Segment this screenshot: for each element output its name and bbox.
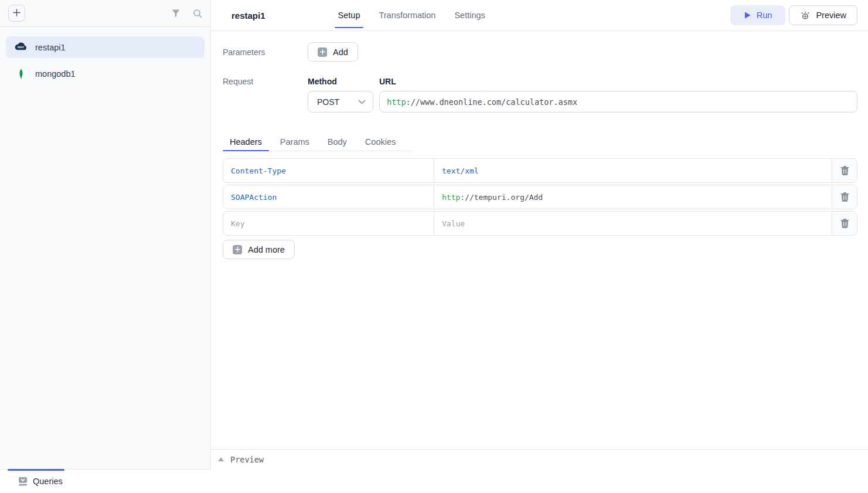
delete-row-button[interactable] <box>832 159 857 182</box>
plus-icon <box>13 9 21 18</box>
preview-panel-label: Preview <box>230 455 264 464</box>
main-tabs: Setup Transformation Settings <box>331 0 497 30</box>
header-key-field[interactable]: SOAPAction <box>223 185 434 209</box>
tab-setup[interactable]: Setup <box>331 0 367 30</box>
sidebar-item-label: restapi1 <box>35 43 66 52</box>
play-icon <box>744 11 751 19</box>
rest-cloud-icon: REST <box>14 42 28 53</box>
setup-content: Parameters Add Request Method POST <box>211 31 868 449</box>
queries-tab-label: Queries <box>33 477 63 486</box>
header-value-field[interactable]: http://tempuri.org/Add <box>434 185 832 209</box>
value-rest: ://tempuri.org/Add <box>460 193 543 202</box>
method-label: Method <box>308 77 373 86</box>
parameters-label: Parameters <box>223 42 308 62</box>
sidebar-header <box>0 0 210 27</box>
headers-table: Content-Type text/xml SOAPAction htt <box>223 158 857 236</box>
add-parameter-button[interactable]: Add <box>308 42 358 62</box>
active-tab-indicator <box>8 469 64 471</box>
preview-panel-toggle[interactable]: Preview <box>211 449 868 469</box>
plus-square-icon <box>233 245 242 254</box>
app-window: REST restapi1 mongodb1 <box>0 0 868 493</box>
add-parameter-label: Add <box>333 47 348 57</box>
header-value-input[interactable] <box>434 212 832 235</box>
sidebar-item-mongodb1[interactable]: mongodb1 <box>6 63 205 84</box>
plus-square-icon <box>318 47 327 57</box>
add-query-button[interactable] <box>8 5 25 22</box>
url-label: URL <box>379 77 857 86</box>
table-row: SOAPAction http://tempuri.org/Add <box>223 185 857 209</box>
chevron-down-icon <box>358 100 366 104</box>
tab-params[interactable]: Params <box>273 133 316 151</box>
url-rest: ://www.dneonline.com/calculator.asmx <box>406 97 578 107</box>
filter-icon[interactable] <box>171 9 181 18</box>
header-key-field[interactable]: Content-Type <box>223 159 434 182</box>
run-button[interactable]: Run <box>730 5 786 25</box>
trash-icon <box>840 192 849 202</box>
add-more-button[interactable]: Add more <box>223 240 295 259</box>
mongodb-leaf-icon <box>14 69 28 79</box>
url-field: URL http://www.dneonline.com/calculator.… <box>379 77 857 113</box>
search-icon[interactable] <box>193 9 202 18</box>
tab-headers[interactable]: Headers <box>223 133 269 151</box>
delete-row-button[interactable] <box>832 185 857 209</box>
query-list: REST restapi1 mongodb1 <box>0 27 210 84</box>
preview-button-label: Preview <box>816 11 846 20</box>
tab-body[interactable]: Body <box>321 133 354 151</box>
page-title: restapi1 <box>232 11 265 21</box>
eye-icon <box>800 11 811 20</box>
request-row: Request Method POST URL http: <box>223 77 857 113</box>
trash-icon <box>840 219 849 228</box>
request-tabs: Headers Params Body Cookies <box>223 133 413 151</box>
preview-button[interactable]: Preview <box>789 5 857 25</box>
sidebar-item-label: mongodb1 <box>35 69 76 79</box>
parameters-row: Parameters Add <box>223 42 857 62</box>
bottom-bar-divider <box>0 469 211 470</box>
add-more-label: Add more <box>248 245 285 254</box>
collapse-up-icon <box>218 457 224 461</box>
method-value: POST <box>317 97 339 107</box>
header-key-input[interactable] <box>223 212 434 235</box>
svg-text:REST: REST <box>18 46 25 49</box>
queries-icon <box>18 477 28 486</box>
tab-cookies[interactable]: Cookies <box>358 133 403 151</box>
delete-row-button[interactable] <box>832 212 857 235</box>
trash-icon <box>840 166 849 175</box>
sidebar-item-restapi1[interactable]: REST restapi1 <box>6 36 205 58</box>
tab-queries[interactable]: Queries <box>18 477 63 486</box>
method-select[interactable]: POST <box>308 91 373 113</box>
header-value-field[interactable]: text/xml <box>434 159 832 182</box>
url-input[interactable]: http://www.dneonline.com/calculator.asmx <box>379 91 857 113</box>
value-scheme: http <box>442 193 460 202</box>
header-key-field <box>223 212 434 235</box>
tab-settings[interactable]: Settings <box>447 0 492 30</box>
header-value-field <box>434 212 832 235</box>
main-panel: restapi1 Setup Transformation Settings R… <box>211 0 868 469</box>
table-row: Content-Type text/xml <box>223 158 857 183</box>
run-button-label: Run <box>757 11 772 20</box>
bottom-bar: Queries <box>0 469 868 493</box>
sidebar: REST restapi1 mongodb1 <box>0 0 211 469</box>
method-field: Method POST <box>308 77 373 113</box>
tab-transformation[interactable]: Transformation <box>372 0 442 30</box>
table-row <box>223 211 857 236</box>
main-header: restapi1 Setup Transformation Settings R… <box>211 0 868 31</box>
request-label: Request <box>223 77 308 113</box>
url-scheme: http <box>387 97 406 107</box>
